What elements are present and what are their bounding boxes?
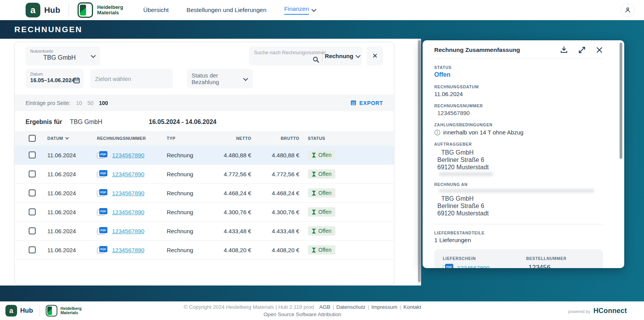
table-header: DATUM RECHNUNGSNUMMER TYP NETTO BRUTTO S… <box>15 131 394 146</box>
bill-to-address: TBG GmbH Berliner Straße 6 69120 Musters… <box>434 195 603 217</box>
row-checkbox[interactable] <box>29 189 36 196</box>
hub-logo-icon: a <box>26 3 40 17</box>
user-menu-button[interactable] <box>621 3 635 17</box>
invoice-number-link[interactable]: 1234567890 <box>112 171 144 177</box>
delivery-note-link[interactable]: 1234567890 <box>457 265 489 268</box>
content-area: Nutzerkonto TBG GmbH Suche nach Rechnung… <box>0 39 418 286</box>
drawer-delivery-parts-field: LIEFERBESTANDTEILE 1 Lieferungen <box>434 231 603 244</box>
row-checkbox[interactable] <box>29 170 36 177</box>
row-checkbox[interactable] <box>29 246 36 253</box>
footer: a Hub Heidelberg Materials © Copyright 2… <box>0 301 644 320</box>
open-source-attribution-link[interactable]: Open Source Software Attribution <box>167 311 438 317</box>
row-brutto: 4.408,20 € <box>251 247 299 253</box>
per-page-option-100[interactable]: 100 <box>99 100 108 106</box>
column-header-status: STATUS <box>299 136 394 141</box>
payment-status-select[interactable]: Status der Bezahlung <box>187 69 253 88</box>
row-checkbox[interactable] <box>29 227 36 234</box>
footer-link-datenschutz[interactable]: Datenschutz <box>337 304 366 310</box>
destination-select[interactable]: Zielort wählen <box>90 69 173 88</box>
row-type: Rechnung <box>167 152 209 158</box>
expand-button[interactable] <box>578 46 586 54</box>
account-select[interactable]: Nutzerkonto TBG GmbH <box>26 46 100 65</box>
footer-center: © Copyright 2024 Heidelberg Materials | … <box>167 304 438 317</box>
search-type-select[interactable]: Rechnung <box>323 46 362 65</box>
user-icon <box>624 7 631 14</box>
heidelberg-materials-logo-icon <box>46 305 57 317</box>
row-brutto: 4.772,56 € <box>251 171 299 177</box>
footer-link-impressum[interactable]: Impressum <box>371 304 397 310</box>
chevron-down-icon <box>311 7 316 12</box>
heidelberg-materials-brand-name: Heidelberg Materials <box>97 5 123 15</box>
pdf-icon[interactable]: PDF <box>97 227 107 235</box>
pdf-icon[interactable]: PDF <box>97 189 107 197</box>
redacted-text <box>439 189 594 193</box>
hourglass-icon <box>312 191 316 196</box>
row-netto: 4.468,24 € <box>209 190 251 196</box>
drawer-scrollbar[interactable] <box>620 43 622 266</box>
export-button[interactable]: EXPORT <box>350 100 383 106</box>
pdf-icon[interactable]: PDF <box>97 208 107 216</box>
row-type: Rechnung <box>167 209 209 215</box>
table-row[interactable]: 11.06.2024 PDF 1234567890 Rechnung 4.300… <box>15 203 394 222</box>
footer-link-kontakt[interactable]: Kontakt <box>403 304 421 310</box>
pdf-icon[interactable]: PDF <box>97 151 107 159</box>
pdf-icon[interactable]: PDF <box>443 264 453 268</box>
invoice-search-group: Suche nach Rechnungsnummer Rechnung <box>249 46 362 65</box>
hconnect-logo: HConnect <box>593 307 627 315</box>
drawer-orderer-field: AUFTRAGGEBER TBG GmbH Berliner Straße 6 … <box>434 142 603 176</box>
footer-link-agb[interactable]: AGB <box>319 304 331 310</box>
account-select-value: TBG GmbH <box>30 54 96 61</box>
pdf-icon[interactable]: PDF <box>97 246 107 254</box>
nav-item-finanzen[interactable]: Finanzen <box>284 5 316 15</box>
close-drawer-button[interactable] <box>596 46 603 53</box>
row-date: 11.06.2024 <box>47 209 97 215</box>
row-checkbox[interactable] <box>29 151 36 158</box>
table-row[interactable]: 11.06.2024 PDF 1234567890 Rechnung 4.772… <box>15 165 394 184</box>
invoice-number-link[interactable]: 1234567890 <box>112 247 144 253</box>
pdf-icon[interactable]: PDF <box>97 170 107 178</box>
column-header-netto: NETTO <box>209 136 251 141</box>
invoice-number-link[interactable]: 1234567890 <box>112 190 144 196</box>
row-netto: 4.300,76 € <box>209 209 251 215</box>
download-button[interactable] <box>560 46 568 54</box>
per-page-option-50[interactable]: 50 <box>88 100 94 106</box>
main-scrollbar[interactable] <box>418 39 421 286</box>
brand-divider <box>39 305 40 316</box>
chevron-down-icon <box>356 53 361 58</box>
row-brutto: 4.480,88 € <box>251 152 299 158</box>
row-checkbox[interactable] <box>29 208 36 215</box>
delivery-card: LIEFERSCHEIN PDF 1234567890 BESTELLNUMME… <box>434 249 603 268</box>
row-netto: 4.480,88 € <box>209 152 251 158</box>
scrollbar-thumb[interactable] <box>418 40 421 282</box>
row-type: Rechnung <box>167 190 209 196</box>
column-header-typ: TYP <box>167 136 209 141</box>
column-header-datum[interactable]: DATUM <box>47 136 97 141</box>
drawer-payment-terms-field: ZAHLUNGSBEDINGUNGEN innerhalb von 14 T o… <box>434 122 603 136</box>
search-input[interactable]: Suche nach Rechnungsnummer <box>249 46 322 65</box>
select-all-checkbox[interactable] <box>29 135 36 142</box>
nav-item-bestellungen[interactable]: Bestellungen und Lieferungen <box>186 7 266 14</box>
per-page-option-10[interactable]: 10 <box>76 100 82 106</box>
table-row[interactable]: 11.06.2024 PDF 1234567890 Rechnung 4.480… <box>15 146 394 165</box>
nav-item-uebersicht[interactable]: Übersicht <box>143 7 169 14</box>
table-row[interactable]: 11.06.2024 PDF 1234567890 Rechnung 4.408… <box>15 241 394 260</box>
date-range-picker[interactable]: Datum 16.05–14.06.2024 <box>26 69 84 88</box>
row-type: Rechnung <box>167 247 209 253</box>
status-badge: Offen <box>308 150 335 160</box>
invoice-number-link[interactable]: 1234567890 <box>112 152 144 158</box>
row-netto: 4.433,48 € <box>209 228 251 234</box>
status-value: Offen <box>434 71 603 78</box>
row-date: 11.06.2024 <box>47 152 97 158</box>
order-number-value: 123456 <box>526 264 566 268</box>
hourglass-icon <box>312 229 316 234</box>
invoice-number-link[interactable]: 1234567890 <box>112 228 144 234</box>
calendar-icon <box>73 77 80 84</box>
invoice-number-link[interactable]: 1234567890 <box>112 209 144 215</box>
main-nav: Übersicht Bestellungen und Lieferungen F… <box>143 5 316 15</box>
status-badge: Offen <box>308 207 335 217</box>
scrollbar-thumb[interactable] <box>620 43 622 159</box>
table-row[interactable]: 11.06.2024 PDF 1234567890 Rechnung 4.468… <box>15 184 394 203</box>
status-badge: Offen <box>308 226 335 236</box>
table-row[interactable]: 11.06.2024 PDF 1234567890 Rechnung 4.433… <box>15 222 394 241</box>
clear-filters-button[interactable]: ✕ <box>367 46 383 65</box>
